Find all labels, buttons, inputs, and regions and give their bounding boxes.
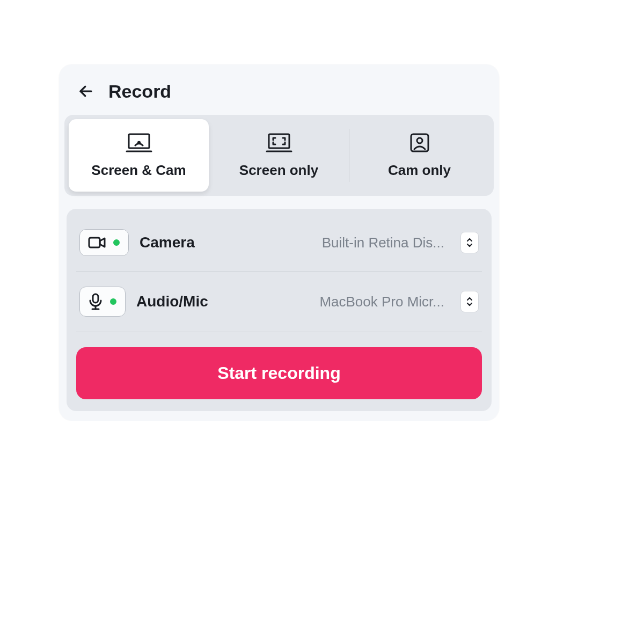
- back-button[interactable]: [75, 80, 97, 102]
- svg-rect-8: [89, 238, 100, 247]
- microphone-icon: [87, 292, 104, 311]
- camera-toggle[interactable]: [79, 229, 129, 256]
- panel-header: Record: [59, 64, 499, 115]
- status-dot-on: [110, 298, 116, 305]
- tab-cam-only[interactable]: Cam only: [349, 119, 489, 192]
- audio-toggle[interactable]: [79, 287, 126, 317]
- audio-row: Audio/Mic MacBook Pro Micr...: [76, 272, 482, 332]
- svg-rect-4: [269, 134, 289, 148]
- camera-select[interactable]: [460, 232, 479, 253]
- cam-only-icon: [407, 131, 433, 155]
- chevron-up-down-icon: [465, 237, 474, 248]
- tab-label: Screen & Cam: [91, 162, 186, 179]
- start-recording-button[interactable]: Start recording: [76, 347, 482, 399]
- record-panel: Record Screen & Cam: [59, 64, 499, 421]
- svg-point-7: [417, 138, 422, 143]
- tab-screen-only[interactable]: Screen only: [209, 119, 349, 192]
- audio-value: MacBook Pro Micr...: [319, 294, 444, 310]
- screen-only-icon: [265, 131, 294, 155]
- device-settings: Camera Built-in Retina Dis... A: [67, 209, 492, 411]
- status-dot-on: [113, 239, 120, 246]
- tab-screen-cam[interactable]: Screen & Cam: [69, 119, 209, 192]
- chevron-up-down-icon: [465, 296, 474, 308]
- svg-rect-9: [93, 294, 98, 303]
- tab-label: Cam only: [388, 162, 451, 179]
- camera-label: Camera: [140, 234, 195, 251]
- camera-row: Camera Built-in Retina Dis...: [76, 214, 482, 272]
- page-title: Record: [108, 81, 171, 102]
- camera-value: Built-in Retina Dis...: [322, 235, 444, 251]
- audio-select[interactable]: [460, 291, 479, 312]
- tab-label: Screen only: [239, 162, 318, 179]
- audio-label: Audio/Mic: [136, 293, 208, 310]
- screen-cam-icon: [125, 131, 153, 155]
- camera-icon: [87, 235, 107, 250]
- arrow-left-icon: [78, 83, 94, 99]
- mode-tabs: Screen & Cam Screen only: [64, 115, 494, 196]
